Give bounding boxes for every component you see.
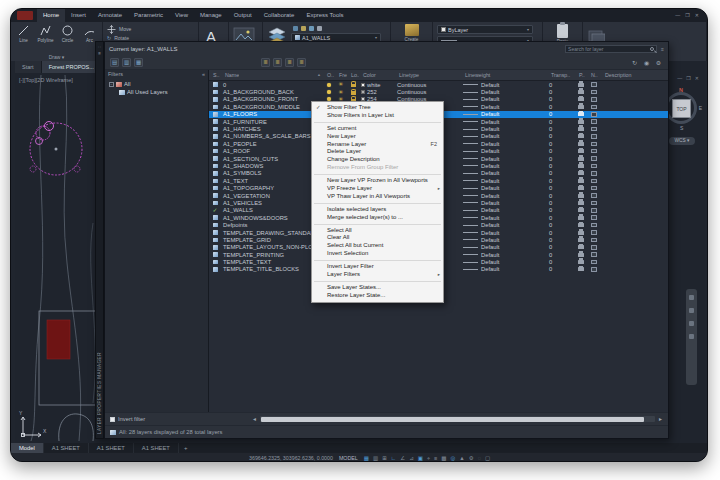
transparency-cell[interactable]: 0: [547, 222, 575, 228]
scroll-right-icon[interactable]: ►: [658, 416, 663, 422]
menu-item[interactable]: Select All but Current: [312, 242, 443, 250]
plot-cell[interactable]: [575, 164, 587, 168]
ribbon-tab-view[interactable]: View: [169, 9, 194, 22]
plot-cell[interactable]: [575, 149, 587, 153]
plot-cell[interactable]: [575, 245, 587, 249]
circle-tool[interactable]: Circle: [59, 24, 76, 43]
transparency-cell[interactable]: 0: [547, 141, 575, 147]
plot-cell[interactable]: [575, 201, 587, 205]
ribbon-tab-parametric[interactable]: Parametric: [128, 9, 169, 22]
transparency-cell[interactable]: 0: [547, 237, 575, 243]
menu-item[interactable]: Show Filters in Layer List: [312, 112, 443, 120]
filter-tree-item[interactable]: All Used Layers: [105, 88, 208, 96]
draw-panel-label[interactable]: Draw ▾: [11, 54, 102, 60]
viewcube[interactable]: TOP N E S W: [664, 87, 700, 133]
lineweight-cell[interactable]: Default: [461, 104, 547, 110]
color-dropdown[interactable]: ByLayer ▾: [437, 25, 533, 34]
vp-freeze-cell[interactable]: [587, 105, 601, 110]
new-layer-vp-frozen-button[interactable]: ≣: [273, 58, 282, 67]
plot-cell[interactable]: [575, 134, 587, 138]
menu-item[interactable]: Merge selected layer(s) to ...: [312, 214, 443, 222]
plot-cell[interactable]: [575, 157, 587, 161]
transparency-cell[interactable]: 0: [547, 126, 575, 132]
vp-freeze-cell[interactable]: [587, 267, 601, 272]
transparency-cell[interactable]: 0: [547, 148, 575, 154]
line-tool[interactable]: Line: [15, 24, 32, 43]
new-layout-button[interactable]: +: [179, 445, 193, 451]
layer-list-header[interactable]: S..Name▲O..Fre..Lo..ColorLinetypeLinewei…: [209, 70, 668, 81]
menu-item[interactable]: Invert Selection: [312, 250, 443, 258]
status-icon[interactable]: ◉: [642, 58, 651, 67]
plot-cell[interactable]: [575, 127, 587, 131]
paste-icon[interactable]: [557, 24, 568, 38]
lineweight-cell[interactable]: Default: [461, 178, 547, 184]
lineweight-cell[interactable]: Default: [461, 266, 547, 272]
color-cell[interactable]: 252: [359, 89, 395, 95]
lock-cell[interactable]: [347, 89, 359, 95]
vp-freeze-cell[interactable]: [587, 90, 601, 95]
transparency-icon[interactable]: ▩: [441, 453, 446, 462]
isodraft-icon[interactable]: ⊿: [409, 453, 414, 462]
on-cell[interactable]: [323, 90, 335, 94]
layer-states-button[interactable]: ▦: [134, 58, 143, 67]
vp-freeze-cell[interactable]: [587, 142, 601, 147]
plot-cell[interactable]: [575, 179, 587, 183]
ribbon-tab-collaborate[interactable]: Collaborate: [258, 9, 301, 22]
plot-cell[interactable]: [575, 142, 587, 146]
transparency-cell[interactable]: 0: [547, 200, 575, 206]
drawing-close-icon[interactable]: ✕: [695, 75, 699, 81]
plot-cell[interactable]: [575, 253, 587, 257]
filter-tree-item[interactable]: −All: [105, 80, 208, 88]
plot-cell[interactable]: [575, 186, 587, 190]
lineweight-cell[interactable]: Default: [461, 244, 547, 250]
clean-screen-icon[interactable]: ▢: [485, 453, 490, 462]
column-header[interactable]: Lineweight: [461, 72, 547, 78]
lineweight-cell[interactable]: Default: [461, 148, 547, 154]
horizontal-scrollbar[interactable]: [260, 416, 655, 422]
minimize-button[interactable]: —: [675, 9, 680, 22]
vp-freeze-cell[interactable]: [587, 127, 601, 132]
plot-cell[interactable]: [575, 194, 587, 198]
menu-item[interactable]: Isolate selected layers: [312, 206, 443, 214]
invert-filter-checkbox[interactable]: [110, 417, 115, 422]
menu-item[interactable]: VP Thaw Layer in All Viewports: [312, 193, 443, 201]
vp-freeze-cell[interactable]: [587, 245, 601, 250]
polyline-tool[interactable]: Polyline: [37, 24, 54, 43]
lineweight-cell[interactable]: Default: [461, 89, 547, 95]
navigation-bar[interactable]: [686, 289, 697, 385]
menu-item[interactable]: VP Freeze Layer▸: [312, 185, 443, 193]
palette-title-strip[interactable]: ⇔ ≡ LAYER PROPERTIES MANAGER: [95, 41, 104, 439]
scroll-left-icon[interactable]: ◄: [252, 416, 257, 422]
vp-freeze-cell[interactable]: [587, 230, 601, 235]
ribbon-tab-express-tools[interactable]: Express Tools: [300, 9, 349, 22]
transparency-cell[interactable]: 0: [547, 259, 575, 265]
plot-cell[interactable]: [575, 120, 587, 124]
layer-row[interactable]: A1_BACKGROUND_BACK☀252ContinuousDefault0: [209, 88, 668, 95]
vp-freeze-cell[interactable]: [587, 112, 601, 117]
tracking-icon[interactable]: ⌖: [427, 453, 430, 462]
vp-freeze-cell[interactable]: [587, 215, 601, 220]
plot-cell[interactable]: [575, 97, 587, 101]
transparency-cell[interactable]: 0: [547, 96, 575, 102]
menu-item[interactable]: Layer Filters▸: [312, 271, 443, 279]
collapse-filters-icon[interactable]: «: [202, 71, 205, 79]
vp-freeze-cell[interactable]: [587, 179, 601, 184]
vp-freeze-cell[interactable]: [587, 82, 601, 87]
freeze-cell[interactable]: ☀: [335, 90, 347, 95]
tree-expand-icon[interactable]: −: [109, 82, 114, 87]
transparency-cell[interactable]: 0: [547, 185, 575, 191]
lineweight-icon[interactable]: ≡: [434, 453, 437, 462]
lineweight-cell[interactable]: Default: [461, 230, 547, 236]
transparency-cell[interactable]: 0: [547, 244, 575, 250]
plot-cell[interactable]: [575, 238, 587, 242]
isolate-objects-icon[interactable]: ◌: [478, 453, 481, 462]
vp-freeze-cell[interactable]: [587, 119, 601, 124]
ribbon-tab-manage[interactable]: Manage: [194, 9, 228, 22]
vp-freeze-cell[interactable]: [587, 238, 601, 243]
menu-item[interactable]: Rename LayerF2: [312, 141, 443, 149]
create-block-icon[interactable]: [405, 24, 419, 36]
vp-freeze-cell[interactable]: [587, 97, 601, 102]
plot-cell[interactable]: [575, 223, 587, 227]
transparency-cell[interactable]: 0: [547, 193, 575, 199]
column-header[interactable]: Description: [601, 72, 668, 78]
